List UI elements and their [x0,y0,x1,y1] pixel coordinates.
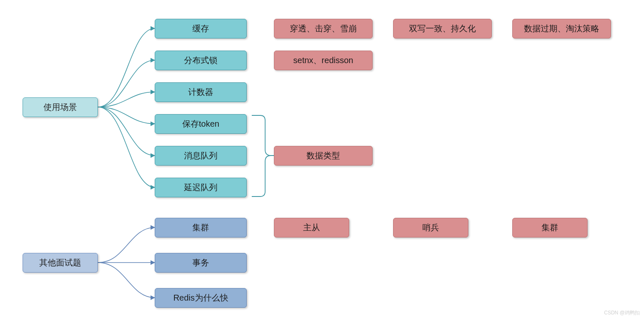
other-why-fast-label: Redis为什么快 [173,292,228,304]
scenario-distributed-lock: 分布式锁 [155,51,247,70]
scenario-delay-queue: 延迟队列 [155,178,247,197]
root-usage-scenarios: 使用场景 [23,97,98,117]
watermark: CSDN @鸡鸭扣 [604,309,640,316]
lock-topic-1-label: setnx、redisson [293,55,353,66]
lock-topic-1: setnx、redisson [274,51,373,70]
cluster-topic-2-label: 哨兵 [422,222,439,233]
scenario-delay-queue-label: 延迟队列 [184,182,217,193]
root-other-questions-label: 其他面试题 [39,257,81,268]
cluster-topic-2: 哨兵 [393,218,468,237]
root-usage-scenarios-label: 使用场景 [43,102,77,113]
cache-topic-2: 双写一致、持久化 [393,19,492,38]
cache-topic-2-label: 双写一致、持久化 [409,23,476,34]
watermark-text: CSDN @鸡鸭扣 [604,310,640,316]
cluster-topic-1: 主从 [274,218,349,237]
cluster-topic-1-label: 主从 [303,222,320,233]
scenario-counter-label: 计数器 [188,87,213,98]
data-type-node: 数据类型 [274,146,373,166]
scenario-cache: 缓存 [155,19,247,38]
root-other-questions: 其他面试题 [23,253,98,273]
scenario-save-token: 保存token [155,114,247,134]
other-transaction: 事务 [155,253,247,273]
scenario-distributed-lock-label: 分布式锁 [184,55,217,66]
scenario-message-queue: 消息队列 [155,146,247,166]
other-cluster: 集群 [155,218,247,237]
cache-topic-1: 穿透、击穿、雪崩 [274,19,373,38]
scenario-counter: 计数器 [155,82,247,102]
cluster-topic-3-label: 集群 [542,222,558,233]
cluster-topic-3: 集群 [512,218,588,237]
cache-topic-3-label: 数据过期、淘汰策略 [524,23,599,34]
other-transaction-label: 事务 [192,257,209,268]
other-why-fast: Redis为什么快 [155,288,247,308]
scenario-save-token-label: 保存token [182,118,220,130]
other-cluster-label: 集群 [192,222,209,233]
scenario-message-queue-label: 消息队列 [184,150,217,161]
scenario-cache-label: 缓存 [192,23,209,34]
data-type-label: 数据类型 [307,150,340,161]
cache-topic-1-label: 穿透、击穿、雪崩 [290,23,357,34]
cache-topic-3: 数据过期、淘汰策略 [512,19,611,38]
